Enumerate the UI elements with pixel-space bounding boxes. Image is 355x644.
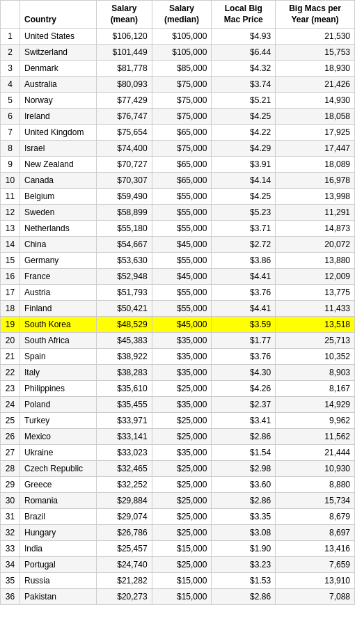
big-mac-price-cell: $3.41 [212,413,276,429]
big-mac-price-cell: $3.74 [212,77,276,93]
salary-mean-cell: $70,727 [97,157,152,173]
big-mac-price-cell: $5.23 [212,205,276,221]
salary-mean-cell: $59,490 [97,189,152,205]
table-row: 29Greece$32,252$25,000$3.608,880 [1,477,355,493]
big-mac-price-cell: $4.25 [212,189,276,205]
country-cell: Turkey [20,413,97,429]
salary-mean-cell: $35,610 [97,381,152,397]
big-macs-year-cell: 17,925 [276,125,355,141]
big-macs-year-cell: 13,775 [276,285,355,301]
country-cell: Italy [20,365,97,381]
country-cell: Ukraine [20,445,97,461]
big-macs-year-cell: 10,930 [276,461,355,477]
rank-cell: 12 [1,205,20,221]
salary-mean-cell: $101,449 [97,45,152,61]
salary-mean-cell: $21,282 [97,573,152,589]
table-row: 36Pakistan$20,273$15,000$2.867,088 [1,589,355,605]
big-mac-price-cell: $4.29 [212,141,276,157]
salary-median-cell: $65,000 [152,173,212,189]
rank-cell: 36 [1,589,20,605]
big-macs-year-cell: 16,978 [276,173,355,189]
salary-mean-cell: $24,740 [97,557,152,573]
big-macs-year-cell: 14,930 [276,93,355,109]
big-mac-price-cell: $4.22 [212,125,276,141]
big-mac-price-cell: $1.54 [212,445,276,461]
big-mac-price-cell: $4.32 [212,61,276,77]
country-cell: Czech Republic [20,461,97,477]
salary-mean-cell: $29,884 [97,493,152,509]
country-cell: United States [20,29,97,45]
country-cell: Spain [20,349,97,365]
table-row: 22Italy$38,283$35,000$4.308,903 [1,365,355,381]
salary-mean-cell: $54,667 [97,237,152,253]
table-row: 4Australia$80,093$75,000$3.7421,426 [1,77,355,93]
table-row: 31Brazil$29,074$25,000$3.358,679 [1,509,355,525]
country-cell: Greece [20,477,97,493]
table-row: 12Sweden$58,899$55,000$5.2311,291 [1,205,355,221]
big-mac-price-cell: $2.37 [212,397,276,413]
big-macs-year-cell: 25,713 [276,333,355,349]
table-row: 26Mexico$33,141$25,000$2.8611,562 [1,429,355,445]
salary-median-cell: $45,000 [152,237,212,253]
rank-cell: 8 [1,141,20,157]
table-row: 5Norway$77,429$75,000$5.2114,930 [1,93,355,109]
salary-median-cell: $25,000 [152,477,212,493]
table-row: 33India$25,457$15,000$1.9013,416 [1,541,355,557]
salary-median-cell: $55,000 [152,285,212,301]
rank-cell: 5 [1,93,20,109]
rank-cell: 23 [1,381,20,397]
table-row: 1United States$106,120$105,000$4.9321,53… [1,29,355,45]
big-macs-year-cell: 13,998 [276,189,355,205]
table-row: 2Switzerland$101,449$105,000$6.4415,753 [1,45,355,61]
salary-median-cell: $15,000 [152,541,212,557]
rank-cell: 18 [1,301,20,317]
rank-cell: 32 [1,525,20,541]
big-mac-price-cell: $4.25 [212,109,276,125]
big-mac-price-cell: $2.98 [212,461,276,477]
rank-cell: 20 [1,333,20,349]
big-mac-price-cell: $2.72 [212,237,276,253]
table-row: 3Denmark$81,778$85,000$4.3218,930 [1,61,355,77]
salary-table: Country Salary (mean) Salary (median) Lo… [0,0,355,605]
rank-cell: 4 [1,77,20,93]
country-cell: Switzerland [20,45,97,61]
salary-mean-cell: $48,529 [97,317,152,333]
salary-mean-cell: $26,786 [97,525,152,541]
country-cell: Finland [20,301,97,317]
big-macs-year-cell: 14,929 [276,397,355,413]
salary-mean-cell: $75,654 [97,125,152,141]
rank-cell: 3 [1,61,20,77]
rank-cell: 2 [1,45,20,61]
rank-cell: 13 [1,221,20,237]
rank-cell: 33 [1,541,20,557]
country-cell: Denmark [20,61,97,77]
salary-median-cell: $55,000 [152,205,212,221]
big-mac-price-cell: $4.30 [212,365,276,381]
salary-median-cell: $105,000 [152,45,212,61]
salary-mean-cell: $50,421 [97,301,152,317]
big-macs-year-cell: 13,880 [276,253,355,269]
salary-mean-cell: $45,383 [97,333,152,349]
header-salary-mean: Salary (mean) [97,1,152,29]
table-row: 32Hungary$26,786$25,000$3.088,697 [1,525,355,541]
country-cell: India [20,541,97,557]
salary-median-cell: $25,000 [152,509,212,525]
salary-mean-cell: $20,273 [97,589,152,605]
table-row: 9New Zealand$70,727$65,000$3.9118,089 [1,157,355,173]
rank-cell: 29 [1,477,20,493]
salary-median-cell: $35,000 [152,445,212,461]
salary-median-cell: $25,000 [152,493,212,509]
big-mac-price-cell: $3.60 [212,477,276,493]
salary-median-cell: $85,000 [152,61,212,77]
country-cell: France [20,269,97,285]
rank-cell: 31 [1,509,20,525]
salary-median-cell: $55,000 [152,301,212,317]
country-cell: South Africa [20,333,97,349]
table-row: 24Poland$35,455$35,000$2.3714,929 [1,397,355,413]
country-cell: Brazil [20,509,97,525]
big-mac-price-cell: $5.21 [212,93,276,109]
big-mac-price-cell: $3.23 [212,557,276,573]
country-cell: Germany [20,253,97,269]
header-big-macs-year: Big Macs per Year (mean) [276,1,355,29]
country-cell: Canada [20,173,97,189]
